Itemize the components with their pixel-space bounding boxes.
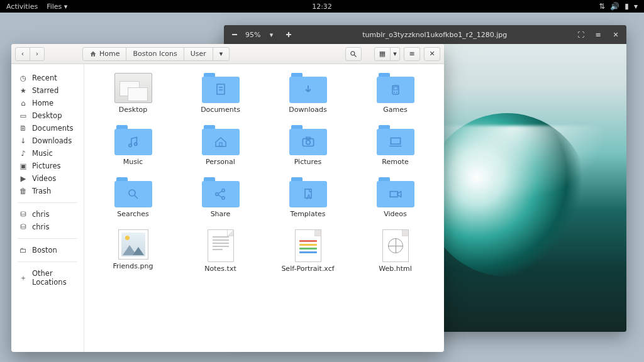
folder-icon [289, 125, 327, 155]
volume-icon[interactable]: 🔊 [610, 2, 619, 11]
network-icon[interactable]: ⇅ [599, 2, 605, 11]
svg-point-14 [306, 140, 310, 145]
video-icon: ▶ [19, 174, 28, 183]
star-icon: ★ [19, 86, 28, 95]
zoom-out-button[interactable] [228, 28, 242, 41]
folder-icon [377, 73, 414, 103]
sidebar-item-disk2[interactable]: ⛁chris [11, 221, 84, 233]
sidebar-item-disk1[interactable]: ⛁chris [11, 208, 84, 221]
fullscreen-button[interactable]: ⛶ [574, 28, 587, 41]
zoom-in-button[interactable] [282, 28, 296, 41]
item-remote[interactable]: Remote [352, 125, 439, 166]
image-viewer-menu-button[interactable]: ≡ [591, 28, 605, 41]
files-icon-view[interactable]: Desktop Documents Downloads Games Music [84, 64, 444, 352]
files-sidebar: ◷Recent ★Starred ⌂Home ▭Desktop 🗎Documen… [11, 64, 84, 352]
item-desktop[interactable]: Desktop [89, 73, 177, 114]
home-icon: ⌂ [19, 99, 28, 107]
svg-rect-0 [232, 34, 237, 35]
item-web-html[interactable]: Web.html [352, 229, 439, 273]
svg-point-22 [221, 197, 224, 199]
document-icon: 🗎 [19, 124, 28, 133]
svg-point-18 [129, 190, 135, 196]
svg-point-1 [351, 51, 355, 55]
item-self-portrait-xcf[interactable]: Self-Portrait.xcf [264, 229, 352, 273]
battery-icon[interactable]: ▮ [625, 2, 629, 11]
view-dropdown-button[interactable]: ▾ [390, 47, 400, 61]
svg-line-19 [135, 195, 138, 199]
image-viewer-close-button[interactable]: ✕ [609, 28, 623, 41]
item-music[interactable]: Music [89, 125, 177, 166]
svg-point-11 [134, 143, 136, 145]
sidebar-item-trash[interactable]: 🗑Trash [11, 185, 84, 197]
sidebar-item-pictures[interactable]: ▣Pictures [11, 160, 84, 172]
svg-point-20 [215, 193, 218, 195]
folder-icon [202, 177, 240, 207]
image-viewer-headerbar: 95% ▾ tumblr_o3tyzzknol1ukofkbo1_r2_1280… [224, 25, 626, 44]
folder-icon [202, 125, 240, 155]
sidebar-item-starred[interactable]: ★Starred [11, 84, 84, 97]
item-pictures[interactable]: Pictures [264, 125, 352, 166]
folder-icon [289, 177, 327, 207]
desktop-thumb-icon [114, 73, 152, 103]
item-templates[interactable]: Templates [264, 177, 352, 218]
sidebar-item-home[interactable]: ⌂Home [11, 97, 84, 109]
folder-icon: 🗀 [19, 246, 28, 255]
svg-rect-13 [303, 139, 313, 146]
clock-icon: ◷ [19, 74, 28, 82]
item-games[interactable]: Games [352, 73, 439, 114]
search-button[interactable] [345, 47, 362, 61]
path-seg-boston-icons[interactable]: Boston Icons [126, 47, 184, 61]
folder-icon [114, 177, 152, 207]
sidebar-item-videos[interactable]: ▶Videos [11, 172, 84, 185]
svg-point-21 [221, 189, 224, 192]
desktop-icon: ▭ [19, 111, 28, 120]
app-menu-button[interactable]: Files ▾ [47, 3, 67, 11]
files-close-button[interactable]: ✕ [424, 47, 440, 61]
drive-icon: ⛁ [19, 210, 28, 219]
item-documents[interactable]: Documents [177, 73, 264, 114]
sidebar-item-recent[interactable]: ◷Recent [11, 72, 84, 84]
svg-point-8 [394, 92, 395, 93]
hamburger-menu-button[interactable]: ≡ [404, 47, 420, 61]
picture-icon: ▣ [19, 162, 28, 170]
path-bar: Home Boston Icons User ▾ [82, 47, 230, 61]
folder-icon [377, 177, 414, 207]
svg-line-24 [218, 195, 222, 197]
trash-icon: 🗑 [19, 187, 28, 195]
svg-rect-3 [217, 84, 225, 94]
clock[interactable]: 12:32 [312, 3, 332, 11]
zoom-dropdown-button[interactable]: ▾ [264, 28, 278, 41]
path-home-button[interactable]: Home [82, 47, 126, 61]
svg-rect-26 [390, 192, 397, 197]
music-icon: ♪ [19, 149, 28, 158]
plus-icon: ＋ [19, 273, 28, 282]
sidebar-item-desktop[interactable]: ▭Desktop [11, 109, 84, 122]
zoom-level-label: 95% [245, 31, 260, 39]
svg-rect-12 [219, 143, 222, 146]
sidebar-item-music[interactable]: ♪Music [11, 147, 84, 160]
svg-line-23 [218, 191, 222, 194]
view-icons-button[interactable]: ▦ [374, 47, 391, 61]
item-personal[interactable]: Personal [177, 125, 264, 166]
download-icon: ↓ [19, 136, 28, 145]
item-videos[interactable]: Videos [352, 177, 439, 218]
sidebar-item-other-locations[interactable]: ＋Other Locations [11, 267, 84, 288]
sidebar-item-downloads[interactable]: ↓Downloads [11, 134, 84, 147]
system-menu-chevron-icon[interactable]: ▾ [634, 2, 638, 11]
path-dropdown-button[interactable]: ▾ [213, 47, 230, 61]
item-notes-txt[interactable]: Notes.txt [177, 229, 264, 273]
forward-button[interactable]: › [30, 47, 45, 61]
back-button[interactable]: ‹ [15, 47, 30, 61]
item-friends-png[interactable]: Friends.png [89, 229, 177, 273]
svg-point-10 [128, 144, 131, 146]
item-searches[interactable]: Searches [89, 177, 177, 218]
item-downloads[interactable]: Downloads [264, 73, 352, 114]
item-share[interactable]: Share [177, 177, 264, 218]
html-file-icon [382, 229, 409, 262]
sidebar-item-documents[interactable]: 🗎Documents [11, 122, 84, 134]
activities-button[interactable]: Activities [6, 3, 38, 11]
path-seg-user[interactable]: User [184, 47, 213, 61]
svg-rect-7 [394, 87, 397, 90]
sidebar-item-network[interactable]: 🗀Boston [11, 244, 84, 256]
image-viewer-title: tumblr_o3tyzzknol1ukofkbo1_r2_1280.jpg [299, 31, 570, 39]
